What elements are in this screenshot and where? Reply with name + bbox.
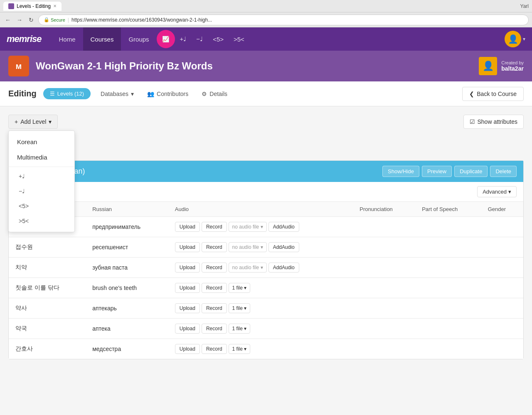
active-tab[interactable]: Levels - Editing ✕	[3, 2, 62, 11]
upload-button[interactable]: Upload	[175, 344, 200, 354]
add-level-dropdown: Korean Multimedia +♩ −♩ <5> >5<	[8, 130, 75, 232]
user-avatar[interactable]: 👤	[505, 31, 521, 47]
upload-button[interactable]: Upload	[175, 242, 200, 252]
pronunciation-cell	[353, 278, 415, 298]
audio-file-dropdown[interactable]: no audio file ▾	[229, 263, 267, 273]
contributors-label: Contributors	[157, 91, 188, 97]
refresh-button[interactable]: ↻	[27, 15, 36, 25]
checkmark-icon: ☑	[470, 118, 475, 125]
tab-close-icon[interactable]: ✕	[53, 4, 57, 8]
record-button[interactable]: Record	[202, 283, 227, 293]
show-hide-button[interactable]: Show/Hide	[382, 166, 419, 177]
audio-file-dropdown[interactable]: no audio file ▾	[229, 242, 267, 252]
table-row: 치약зубная пастаUploadRecordno audio file …	[9, 258, 523, 278]
user-dropdown-arrow[interactable]: ▾	[523, 36, 525, 42]
record-button[interactable]: Record	[202, 242, 227, 252]
show-attributes-button[interactable]: ☑ Show attributes	[463, 115, 524, 129]
audio-cell: UploadRecord1 file ▾	[168, 278, 353, 298]
add-audio-button[interactable]: AddAudio	[268, 222, 299, 232]
upload-button[interactable]: Upload	[175, 263, 200, 273]
dropdown-item-multimedia[interactable]: Multimedia	[9, 150, 74, 165]
record-button[interactable]: Record	[202, 303, 227, 313]
gt5-btn[interactable]: >5<	[229, 36, 249, 43]
dropdown-item-minus-music[interactable]: −♩	[9, 184, 74, 199]
record-button[interactable]: Record	[202, 263, 227, 273]
pronunciation-cell	[353, 319, 415, 339]
korean-cell: 약국	[9, 319, 86, 339]
lt5-btn[interactable]: <5>	[208, 36, 229, 43]
audio-cell: UploadRecordno audio file ▾AddAudio	[168, 237, 353, 258]
tab-bar: Levels - Editing ✕	[3, 2, 62, 11]
levels-button[interactable]: ☰ Levels (12)	[43, 88, 91, 99]
memrise-logo[interactable]: memrise	[7, 34, 42, 44]
course-title: WonGwan 2-1 High Priority Bz Words	[36, 60, 213, 72]
record-button[interactable]: Record	[202, 344, 227, 354]
part-of-speech-cell	[415, 339, 481, 359]
pronunciation-cell	[353, 217, 415, 237]
table-row: 약사аптекарьUploadRecord1 file ▾	[9, 298, 523, 319]
back-to-course-button[interactable]: ❮ Back to Course	[462, 87, 524, 101]
russian-cell: аптекарь	[86, 298, 168, 319]
back-label: Back to Course	[477, 91, 517, 97]
groups-link[interactable]: Groups	[121, 27, 156, 51]
pronunciation-cell	[353, 339, 415, 359]
advanced-button[interactable]: Advanced ▾	[477, 186, 517, 197]
gender-cell	[481, 237, 523, 258]
delete-button[interactable]: Delete	[490, 166, 517, 177]
chart-icon-btn[interactable]: 📈	[157, 30, 175, 48]
courses-link[interactable]: Courses	[83, 27, 121, 51]
preview-button[interactable]: Preview	[422, 166, 452, 177]
level-actions: Show/Hide Preview Duplicate Delete	[382, 166, 517, 177]
duplicate-button[interactable]: Duplicate	[454, 166, 488, 177]
databases-nav[interactable]: Databases ▾	[97, 91, 137, 97]
audio-file-dropdown[interactable]: 1 file ▾	[229, 283, 251, 293]
words-table: Russian Audio Pronunciation Part of Spee…	[9, 202, 523, 359]
minus-music-btn[interactable]: −♩	[191, 35, 208, 43]
korean-cell: 치약	[9, 258, 86, 278]
add-level-label: Add Level	[20, 118, 46, 125]
audio-file-dropdown[interactable]: 1 file ▾	[229, 303, 251, 313]
table-row: 칫솔로 이를 닦다brush one's teethUploadRecord1 …	[9, 278, 523, 298]
record-button[interactable]: Record	[202, 324, 227, 334]
address-input-bar[interactable]: 🔒 Secure | https://www.memrise.com/cours…	[38, 15, 529, 25]
add-level-button[interactable]: + Add Level ▾	[8, 115, 58, 129]
dropdown-item-plus-music[interactable]: +♩	[9, 169, 74, 184]
audio-file-dropdown[interactable]: 1 file ▾	[229, 324, 251, 334]
dropdown-item-lt5[interactable]: <5>	[9, 199, 74, 214]
part-of-speech-cell	[415, 258, 481, 278]
dropdown-item-gt5[interactable]: >5<	[9, 214, 74, 228]
databases-dropdown-icon: ▾	[131, 91, 134, 97]
add-level-dropdown-arrow: ▾	[49, 118, 52, 125]
main-content: + Add Level ▾ Korean Multimedia +♩ −♩ <5…	[0, 106, 532, 368]
th-pronunciation: Pronunciation	[353, 202, 415, 217]
russian-cell: brush one's teeth	[86, 278, 168, 298]
korean-cell: 접수원	[9, 237, 86, 258]
audio-file-dropdown[interactable]: 1 file ▾	[229, 344, 251, 354]
dropdown-item-korean[interactable]: Korean	[9, 134, 74, 150]
add-audio-button[interactable]: AddAudio	[268, 242, 299, 252]
tab-label: Levels - Editing	[17, 3, 51, 9]
back-icon: ❮	[469, 91, 474, 97]
creator-info: Created by balta2ar	[501, 60, 524, 72]
gender-cell	[481, 339, 523, 359]
upload-button[interactable]: Upload	[175, 222, 200, 232]
details-nav[interactable]: ⚙ Details	[198, 91, 231, 97]
record-button[interactable]: Record	[202, 222, 227, 232]
upload-button[interactable]: Upload	[175, 324, 200, 334]
plus-music-btn[interactable]: +♩	[175, 35, 192, 43]
contributors-nav[interactable]: 👥 Contributors	[144, 91, 192, 97]
back-button[interactable]: ←	[3, 15, 12, 25]
home-link[interactable]: Home	[52, 27, 83, 51]
audio-file-dropdown[interactable]: no audio file ▾	[229, 222, 267, 232]
add-audio-button[interactable]: AddAudio	[268, 263, 299, 273]
gender-cell	[481, 258, 523, 278]
forward-button[interactable]: →	[15, 15, 24, 25]
upload-button[interactable]: Upload	[175, 283, 200, 293]
new-tab-label: Yarl	[520, 3, 529, 9]
upload-button[interactable]: Upload	[175, 303, 200, 313]
audio-controls: UploadRecord1 file ▾	[175, 324, 347, 334]
creator-name: balta2ar	[501, 65, 524, 72]
audio-cell: UploadRecord1 file ▾	[168, 319, 353, 339]
th-gender: Gender	[481, 202, 523, 217]
table-row: 사업가предпринимательUploadRecordno audio f…	[9, 217, 523, 237]
